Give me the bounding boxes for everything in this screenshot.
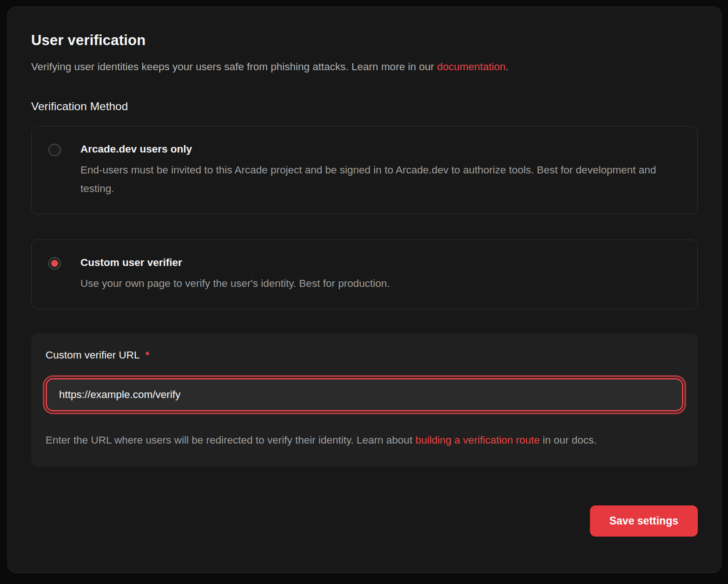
save-settings-button[interactable]: Save settings bbox=[590, 505, 698, 537]
option-arcade-users-title: Arcade.dev users only bbox=[80, 142, 681, 156]
option-arcade-users-text: Arcade.dev users only End-users must be … bbox=[80, 142, 681, 198]
required-asterisk: * bbox=[146, 349, 150, 361]
option-arcade-users-description: End-users must be invited to this Arcade… bbox=[80, 161, 681, 198]
custom-verifier-helper-text: Enter the URL where users will be redire… bbox=[46, 431, 683, 450]
radio-arcade-users[interactable] bbox=[48, 144, 61, 156]
custom-verifier-url-label: Custom verifier URL bbox=[46, 349, 140, 361]
custom-verifier-url-label-row: Custom verifier URL* bbox=[46, 349, 683, 361]
option-custom-verifier-description: Use your own page to verify the user's i… bbox=[80, 274, 390, 293]
option-card-custom-verifier[interactable]: Custom user verifier Use your own page t… bbox=[31, 239, 698, 309]
user-verification-panel: User verification Verifying user identit… bbox=[7, 7, 721, 573]
custom-verifier-url-input[interactable] bbox=[46, 378, 683, 411]
page-title: User verification bbox=[31, 32, 698, 49]
helper-text-prefix: Enter the URL where users will be redire… bbox=[46, 434, 415, 446]
option-custom-verifier-text: Custom user verifier Use your own page t… bbox=[80, 256, 390, 293]
option-custom-verifier-title: Custom user verifier bbox=[80, 256, 390, 270]
radio-custom-verifier[interactable] bbox=[48, 257, 61, 270]
verification-method-heading: Verification Method bbox=[31, 100, 698, 113]
page-description: Verifying user identities keeps your use… bbox=[31, 60, 698, 74]
documentation-link[interactable]: documentation bbox=[437, 61, 506, 73]
page-description-text: Verifying user identities keeps your use… bbox=[31, 61, 437, 73]
custom-verifier-url-card: Custom verifier URL* Enter the URL where… bbox=[31, 333, 698, 466]
option-card-arcade-users[interactable]: Arcade.dev users only End-users must be … bbox=[31, 126, 698, 214]
page-description-period: . bbox=[506, 61, 509, 73]
building-verification-route-link[interactable]: building a verification route bbox=[415, 434, 540, 446]
helper-text-suffix: in our docs. bbox=[540, 434, 597, 446]
actions-row: Save settings bbox=[31, 505, 698, 537]
